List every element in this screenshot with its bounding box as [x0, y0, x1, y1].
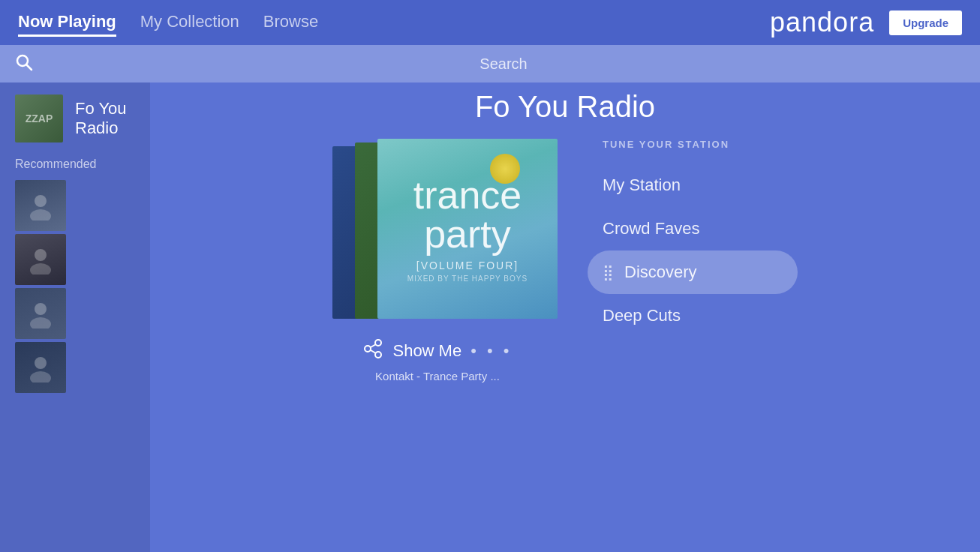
svg-line-13	[371, 344, 376, 347]
list-item[interactable]	[15, 234, 66, 285]
search-icon	[15, 53, 33, 74]
show-me-dots: • • •	[470, 341, 512, 361]
search-input[interactable]	[42, 56, 965, 73]
album-decoration	[490, 154, 520, 184]
svg-point-2	[35, 195, 47, 207]
album-stack: trance party [VOLUME FOUR] MIXED BY THE …	[332, 139, 543, 326]
show-me-area: Show Me • • • Kontakt - Trance Party ...	[362, 338, 512, 382]
tune-header: TUNE YOUR STATION	[588, 139, 798, 150]
nav-tabs: Now Playing My Collection Browse	[18, 9, 770, 37]
upgrade-button[interactable]: Upgrade	[889, 10, 962, 35]
content-area: Fo You Radio trance party [VOLUME FOUR] …	[150, 82, 980, 552]
recommended-list	[0, 180, 150, 393]
svg-point-5	[30, 263, 51, 274]
page-title: Fo You Radio	[475, 90, 655, 124]
share-icon	[362, 338, 383, 364]
tune-option-crowd-faves[interactable]: Crowd Faves	[588, 207, 798, 250]
discovery-label: Discovery	[624, 262, 697, 282]
tune-panel: TUNE YOUR STATION My Station Crowd Faves…	[588, 139, 798, 338]
current-station[interactable]: ZZAP Fo You Radio	[0, 82, 150, 154]
svg-point-7	[30, 317, 51, 328]
svg-point-9	[30, 371, 51, 382]
svg-line-1	[27, 65, 32, 70]
deep-cuts-label: Deep Cuts	[603, 306, 681, 326]
station-name: Fo You Radio	[75, 99, 135, 138]
show-me-label: Show Me	[392, 341, 461, 361]
album-small-text: MIXED BY THE HAPPY BOYS	[407, 274, 528, 283]
recommended-label: Recommended	[0, 154, 150, 180]
station-thumb-label: ZZAP	[26, 112, 53, 124]
tune-option-deep-cuts[interactable]: Deep Cuts	[588, 294, 798, 338]
svg-point-6	[35, 303, 47, 315]
tune-option-my-station[interactable]: My Station	[588, 164, 798, 207]
player-area: trance party [VOLUME FOUR] MIXED BY THE …	[302, 139, 828, 382]
list-item[interactable]	[15, 180, 66, 231]
station-thumbnail: ZZAP	[15, 94, 63, 142]
tab-now-playing[interactable]: Now Playing	[18, 9, 116, 37]
tab-browse[interactable]: Browse	[263, 9, 318, 37]
album-subtitle: [VOLUME FOUR]	[416, 260, 519, 272]
tune-option-discovery[interactable]: ⣿ Discovery	[588, 250, 798, 294]
album-title-line2: party	[416, 214, 519, 254]
search-bar	[0, 45, 980, 82]
discovery-icon: ⣿	[603, 263, 614, 281]
tab-my-collection[interactable]: My Collection	[140, 9, 239, 37]
my-station-label: My Station	[603, 176, 681, 195]
list-item[interactable]	[15, 288, 66, 339]
track-info: Kontakt - Trance Party ...	[375, 370, 500, 382]
main-layout: ZZAP Fo You Radio Recommended	[0, 82, 980, 552]
svg-point-3	[30, 209, 51, 220]
svg-line-14	[371, 350, 376, 353]
album-art: trance party [VOLUME FOUR] MIXED BY THE …	[377, 139, 558, 319]
list-item[interactable]	[15, 342, 66, 393]
crowd-faves-label: Crowd Faves	[603, 219, 700, 238]
header: Now Playing My Collection Browse pandora…	[0, 0, 980, 45]
svg-point-4	[35, 249, 47, 261]
svg-point-8	[35, 357, 47, 369]
svg-point-11	[365, 346, 371, 352]
show-me-button[interactable]: Show Me • • •	[362, 338, 512, 364]
pandora-logo: pandora	[770, 7, 874, 38]
sidebar: ZZAP Fo You Radio Recommended	[0, 82, 150, 552]
